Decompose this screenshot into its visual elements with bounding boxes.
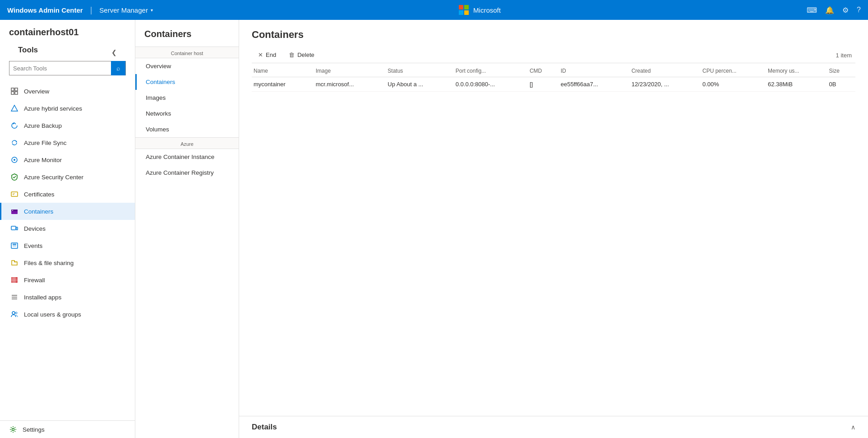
svg-point-7: [14, 159, 15, 161]
topbar-center: Microsoft: [153, 5, 807, 15]
azure-security-icon: [10, 173, 18, 181]
sidebar-item-azure-hybrid[interactable]: Azure hybrid services: [0, 100, 135, 117]
col-cpu: CPU percen...: [701, 63, 766, 77]
content-title: Containers: [252, 29, 855, 41]
sidebar-item-azure-security[interactable]: Azure Security Center: [0, 168, 135, 186]
sidebar-footer-settings[interactable]: Settings: [0, 420, 135, 438]
svg-rect-19: [11, 277, 18, 283]
panel-item-azure-container-registry[interactable]: Azure Container Registry: [135, 165, 239, 181]
panel-item-label-images: Images: [146, 94, 166, 101]
delete-icon: 🗑: [289, 51, 295, 58]
cell-image: mcr.microsof...: [314, 77, 386, 92]
logo-red: [459, 5, 463, 9]
help-icon[interactable]: ?: [857, 6, 861, 14]
panel-item-images[interactable]: Images: [135, 90, 239, 106]
sidebar-item-azure-backup[interactable]: Azure Backup: [0, 117, 135, 134]
col-memory: Memory us...: [766, 63, 827, 77]
panel-item-overview[interactable]: Overview: [135, 58, 239, 74]
settings-icon[interactable]: ⚙: [842, 6, 849, 14]
details-section: Details ∧: [239, 416, 868, 438]
sidebar-header: containerhost01 Tools ❮ ⌕: [0, 20, 135, 83]
topbar-right: ⌨ 🔔 ⚙ ?: [807, 6, 861, 14]
sidebar-item-firewall[interactable]: Firewall: [0, 271, 135, 289]
server-manager-label: Server Manager: [99, 6, 148, 14]
azure-backup-icon: [10, 121, 18, 130]
cell-memory: 62.38MiB: [766, 77, 827, 92]
containers-icon: [10, 207, 18, 215]
panel-title: Containers: [135, 29, 239, 47]
cell-id: ee55ff66aa7...: [559, 77, 630, 92]
panel-item-networks[interactable]: Networks: [135, 106, 239, 121]
sidebar-item-label-devices: Devices: [24, 225, 46, 232]
sidebar-item-installed-apps[interactable]: Installed apps: [0, 289, 135, 306]
item-count: 1 item: [836, 52, 855, 59]
azure-monitor-icon: [10, 156, 18, 164]
cell-port-config: 0.0.0.0:8080-...: [454, 77, 528, 92]
certificates-icon: [10, 190, 18, 198]
panel-item-volumes[interactable]: Volumes: [135, 121, 239, 137]
bell-icon[interactable]: 🔔: [825, 6, 834, 14]
topbar-divider: |: [90, 5, 92, 15]
cell-status: Up About a ...: [386, 77, 453, 92]
cell-cmd: []: [528, 77, 559, 92]
sidebar-item-azure-file-sync[interactable]: Azure File Sync: [0, 134, 135, 151]
sidebar-item-label-containers: Containers: [24, 208, 53, 215]
sidebar-item-certificates[interactable]: Certificates: [0, 186, 135, 203]
sidebar-item-devices[interactable]: Devices: [0, 220, 135, 237]
sidebar-item-label-certificates: Certificates: [24, 191, 55, 198]
sidebar-item-azure-monitor[interactable]: Azure Monitor: [0, 151, 135, 168]
sidebar-nav: Overview Azure hybrid services: [0, 83, 135, 420]
col-port-config: Port config...: [454, 63, 528, 77]
details-chevron-icon[interactable]: ∧: [851, 424, 855, 431]
sidebar-item-overview[interactable]: Overview: [0, 83, 135, 100]
containers-table: Name Image Status Port config... CMD ID …: [252, 63, 855, 92]
sidebar-item-files[interactable]: Files & file sharing: [0, 254, 135, 271]
delete-button[interactable]: 🗑 Delete: [282, 48, 321, 63]
sidebar-item-local-users[interactable]: Local users & groups: [0, 306, 135, 323]
azure-file-sync-icon: [10, 139, 18, 147]
search-icon: ⌕: [116, 65, 120, 72]
sidebar: containerhost01 Tools ❮ ⌕: [0, 20, 135, 438]
svg-point-13: [12, 210, 13, 211]
svg-point-27: [12, 312, 15, 314]
content-header: Containers ✕ End 🗑 Delete 1 item: [239, 20, 868, 63]
events-icon: [10, 242, 18, 250]
details-header[interactable]: Details ∧: [252, 416, 855, 438]
topbar: Windows Admin Center | Server Manager ▾ …: [0, 0, 868, 20]
svg-rect-0: [11, 88, 14, 91]
logo-yellow: [464, 10, 469, 15]
svg-rect-2: [11, 92, 14, 94]
section-label-azure: Azure: [135, 137, 239, 149]
search-tools-input[interactable]: [9, 65, 111, 72]
container-panel: Containers Container host Overview Conta…: [135, 20, 239, 438]
svg-rect-18: [13, 246, 16, 246]
sidebar-item-label-overview: Overview: [24, 88, 49, 95]
server-manager-dropdown[interactable]: Server Manager ▾: [99, 6, 153, 14]
sidebar-item-containers[interactable]: Containers: [0, 203, 135, 220]
table-container: Name Image Status Port config... CMD ID …: [239, 63, 868, 416]
panel-item-azure-container-instance[interactable]: Azure Container Instance: [135, 149, 239, 165]
devices-icon: [10, 224, 18, 233]
svg-rect-3: [15, 92, 18, 94]
microsoft-logo: [459, 5, 469, 15]
panel-item-containers[interactable]: Containers: [135, 74, 239, 90]
brand-name: Microsoft: [473, 6, 501, 14]
search-button[interactable]: ⌕: [111, 61, 125, 75]
settings-footer-label: Settings: [23, 426, 45, 433]
panel-item-label-networks: Networks: [146, 110, 171, 117]
svg-rect-17: [13, 244, 16, 245]
end-button[interactable]: ✕ End: [252, 48, 282, 63]
panel-item-label-containers: Containers: [146, 79, 175, 85]
svg-rect-15: [16, 227, 18, 230]
tools-header: Tools ❮: [9, 42, 126, 61]
toolbar: ✕ End 🗑 Delete 1 item: [252, 48, 855, 63]
table-header: Name Image Status Port config... CMD ID …: [252, 63, 855, 77]
sidebar-item-events[interactable]: Events: [0, 237, 135, 254]
terminal-icon[interactable]: ⌨: [807, 6, 817, 14]
svg-point-29: [12, 429, 14, 431]
sidebar-item-label-azure-hybrid: Azure hybrid services: [24, 105, 82, 112]
search-tools-input-row: ⌕: [9, 61, 126, 75]
collapse-sidebar-button[interactable]: ❮: [111, 49, 117, 56]
table-row[interactable]: mycontainer mcr.microsof... Up About a .…: [252, 77, 855, 92]
section-label-container-host: Container host: [135, 47, 239, 58]
